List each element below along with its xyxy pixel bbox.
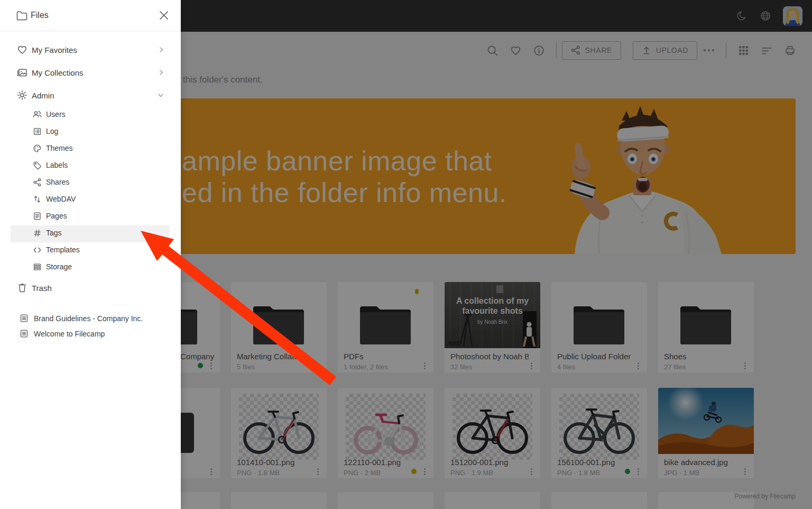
folder-name: Company xyxy=(180,352,214,361)
file-name: 156100-001.png xyxy=(557,458,615,467)
kebab-menu-icon[interactable] xyxy=(741,467,749,476)
sidebar-item-labels[interactable]: Labels xyxy=(0,157,181,174)
file-tile-151200[interactable]: 151200-001.png PNG · 1.9 MB xyxy=(445,388,540,478)
sidebar-item-trash[interactable]: Trash xyxy=(0,277,181,299)
folder-name: PDFs xyxy=(344,352,364,361)
pages-icon xyxy=(33,212,42,221)
sidebar-item-templates[interactable]: Templates xyxy=(0,242,181,259)
sidebar-item-shares[interactable]: Shares xyxy=(0,174,181,191)
sidebar-item-label: Storage xyxy=(46,262,72,271)
favorite-heart-icon[interactable] xyxy=(504,40,528,60)
sidebar-item-log[interactable]: Log xyxy=(0,123,181,140)
kebab-menu-icon[interactable] xyxy=(634,361,642,370)
sidebar-item-my-collections[interactable]: My Collections xyxy=(0,61,181,84)
sidebar-item-users[interactable]: Users xyxy=(0,106,181,123)
upload-icon xyxy=(642,46,651,55)
user-avatar[interactable] xyxy=(783,6,802,26)
photoshoot-cover-thumbnail: A collection of my favourite shots by No… xyxy=(445,282,540,348)
language-globe-icon[interactable] xyxy=(760,10,771,22)
banner-pointing-man-illustration xyxy=(547,98,796,254)
palette-icon xyxy=(33,144,42,153)
share-button[interactable]: SHARE xyxy=(562,41,621,60)
kebab-menu-icon[interactable] xyxy=(527,361,536,370)
file-name: 151200-001.png xyxy=(450,458,508,467)
sidebar-link-welcome[interactable]: Welcome to Filecamp xyxy=(0,326,181,341)
sidebar-item-admin[interactable]: Admin xyxy=(0,84,181,106)
tile-partial[interactable] xyxy=(445,492,540,509)
green-label-dot xyxy=(198,363,203,368)
file-name: 101410-001.png xyxy=(237,458,294,467)
file-tile-156100[interactable]: 156100-001.png PNG · 1.8 MB xyxy=(551,388,647,478)
up-down-arrows-icon xyxy=(33,195,42,204)
sidebar-item-pages[interactable]: Pages xyxy=(0,208,181,225)
upload-button[interactable]: UPLOAD xyxy=(633,41,697,60)
share-icon xyxy=(571,46,580,55)
sidebar-item-label: Tags xyxy=(46,229,62,237)
kebab-menu-icon[interactable] xyxy=(741,361,749,370)
banner-text: ample banner image that ed in the folder… xyxy=(182,145,507,208)
drawer-header: Files xyxy=(0,0,181,31)
folder-tile-marketing-collateral[interactable]: Marketing Collateral 5 files xyxy=(231,282,327,372)
sidebar-item-themes[interactable]: Themes xyxy=(0,140,181,157)
kebab-menu-icon[interactable] xyxy=(313,361,322,370)
kebab-menu-icon[interactable] xyxy=(420,361,429,370)
folder-tile-public-upload[interactable]: Public Upload Folder 4 files xyxy=(551,282,647,372)
sidebar-item-label: My Collections xyxy=(32,68,84,77)
tile-partial[interactable] xyxy=(551,492,647,509)
sidebar-item-tags[interactable]: Tags xyxy=(0,225,181,242)
info-icon[interactable] xyxy=(528,40,551,60)
kebab-menu-icon[interactable] xyxy=(207,467,215,476)
sidebar-item-label: WebDAV xyxy=(46,195,76,203)
sidebar-item-label: Users xyxy=(46,110,66,119)
grid-view-icon[interactable] xyxy=(732,40,755,60)
search-icon[interactable] xyxy=(481,40,504,60)
heart-icon xyxy=(17,44,27,55)
sort-icon[interactable] xyxy=(755,40,778,60)
file-tile-122110[interactable]: 122110-001.png PNG · 2 MB xyxy=(338,388,433,478)
more-actions-icon[interactable] xyxy=(697,40,721,60)
kebab-menu-icon[interactable] xyxy=(313,467,322,476)
sidebar-item-label: Labels xyxy=(46,161,68,169)
dark-mode-moon-icon[interactable] xyxy=(736,10,748,22)
sidebar-link-label: Welcome to Filecamp xyxy=(34,330,105,338)
folder-icon xyxy=(678,303,733,347)
sidebar-link-label: Brand Guidelines - Company Inc. xyxy=(34,314,143,323)
folder-tile-shoes[interactable]: Shoes 27 files xyxy=(658,282,754,372)
file-tile-101410[interactable]: 101410-001.png PNG · 1.8 MB xyxy=(231,388,327,478)
folder-meta: 1 folder, 2 files xyxy=(344,363,388,371)
kebab-menu-icon[interactable] xyxy=(634,467,642,476)
folder-tile-photoshoot[interactable]: A collection of my favourite shots by No… xyxy=(445,282,540,372)
file-meta: PNG · 1.8 MB xyxy=(557,469,600,477)
sidebar-item-label: Log xyxy=(46,127,58,135)
folder-name: Public Upload Folder xyxy=(557,352,631,361)
toolbar-divider xyxy=(726,42,726,58)
sidebar-item-webdav[interactable]: WebDAV xyxy=(0,191,181,208)
kebab-menu-icon[interactable] xyxy=(527,467,536,476)
close-icon[interactable] xyxy=(159,10,169,21)
powered-by-label: Powered by Filecamp xyxy=(735,493,796,500)
sidebar-item-my-favorites[interactable]: My Favorites xyxy=(0,39,181,61)
kebab-menu-icon[interactable] xyxy=(420,467,429,476)
files-drawer: Files My Favorites My Collec xyxy=(0,0,181,509)
chevron-down-icon xyxy=(158,93,164,98)
folder-tile-pdfs[interactable]: PDFs 1 folder, 2 files xyxy=(338,282,433,372)
sidebar-link-brand-guidelines[interactable]: Brand Guidelines - Company Inc. xyxy=(0,311,181,326)
print-icon[interactable] xyxy=(778,40,801,60)
folder-toolbar: SHARE UPLOAD xyxy=(481,40,801,60)
tile-partial[interactable] xyxy=(338,492,433,509)
file-thumbnail xyxy=(559,394,639,460)
toolbar-divider xyxy=(556,42,557,58)
yellow-label-dot xyxy=(415,289,419,294)
file-tile-bike-advanced[interactable]: bike advanced.jpg JPG · 1 MB xyxy=(658,388,754,478)
tile-partial[interactable] xyxy=(231,492,327,509)
folder-description: this folder's content. xyxy=(183,75,263,85)
tag-icon xyxy=(33,161,42,170)
filecamp-app: SHARE UPLOAD xyxy=(0,0,812,509)
drawer-title: Files xyxy=(31,11,49,20)
sidebar-item-storage[interactable]: Storage xyxy=(0,259,181,276)
sidebar-item-label: Themes xyxy=(46,144,73,152)
green-label-dot xyxy=(625,469,630,474)
kebab-menu-icon[interactable] xyxy=(207,361,215,370)
sidebar-item-label: Pages xyxy=(46,212,67,220)
folder-icon xyxy=(251,303,306,347)
